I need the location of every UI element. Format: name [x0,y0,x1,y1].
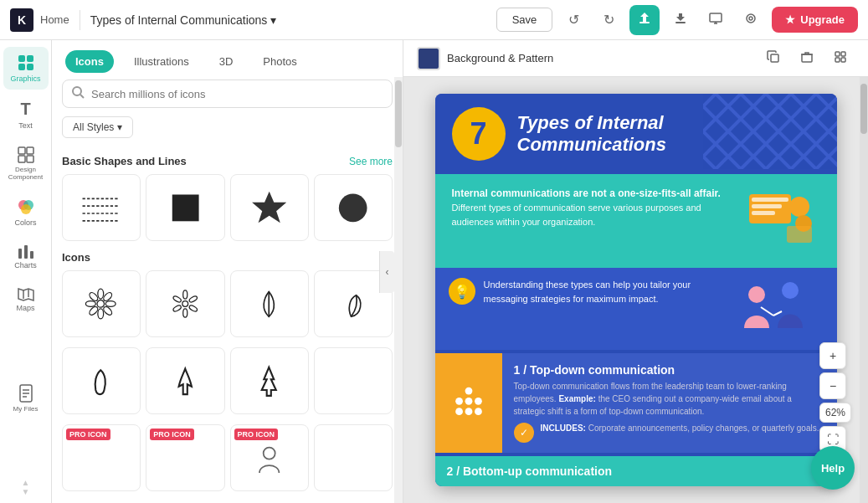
search-input[interactable] [91,88,383,100]
sidebar-item-maps[interactable]: Maps [3,280,49,319]
icon-pro-2[interactable]: PRO ICON [146,424,224,491]
flower-2-icon [162,285,208,324]
more-icon [834,50,847,67]
see-more-basic[interactable]: See more [349,156,393,167]
icon-arrow-up[interactable] [146,347,224,414]
canvas-copy-button[interactable] [759,44,788,73]
basic-shape-square[interactable] [146,174,224,241]
preview-button[interactable] [737,6,765,34]
home-link[interactable]: Home [40,13,69,26]
sidebar-item-label: Colors [14,218,36,227]
canvas-scroll-area[interactable]: 7 Types of InternalCommunications [403,77,868,503]
graphics-panel: Icons Illustrations 3D Photos All Styles [52,40,403,503]
leaf-icon [246,285,292,324]
svg-point-40 [182,300,188,306]
sidebar-item-text[interactable]: T Text [3,93,49,136]
sidebar-item-charts[interactable]: Charts [3,237,49,276]
icon-placeholder-3[interactable] [314,424,393,491]
people-group-icon [450,385,487,422]
redo-button[interactable]: ↻ [594,6,623,34]
svg-rect-5 [18,55,25,62]
filter-container: All Styles ▾ [52,116,403,146]
infographic-desc-text: Internal communications are not a one-si… [452,186,737,228]
zoom-out-button[interactable]: − [819,372,846,399]
basic-shape-circle[interactable] [314,174,393,241]
svg-rect-6 [27,55,33,62]
share-button[interactable] [629,5,660,35]
pro-badge: PRO ICON [66,429,110,440]
svg-point-44 [182,309,187,317]
title-chevron-icon: ▾ [270,13,276,27]
download-button[interactable] [666,6,695,34]
svg-marker-29 [252,191,286,222]
icon-tree[interactable] [230,347,309,414]
icons-grid-row2 [62,347,393,414]
basic-shape-lines[interactable] [62,174,141,241]
svg-point-42 [188,295,198,303]
svg-point-34 [106,300,116,306]
download-icon [674,12,687,28]
sidebar-item-colors[interactable]: Colors [3,191,49,234]
icon-flower-2[interactable] [146,270,224,337]
tab-photos[interactable]: Photos [253,50,306,73]
tab-illustrations[interactable]: Illustrations [124,50,199,73]
canvas-delete-button[interactable] [793,44,821,73]
svg-rect-62 [787,226,812,243]
divider [80,10,80,30]
section-bottom-up: 2 / Bottom-up communication [435,456,837,486]
canvas-right-icons [759,44,855,73]
tab-3d[interactable]: 3D [209,50,244,73]
svg-point-15 [21,204,31,214]
svg-point-41 [182,290,187,298]
present-button[interactable] [701,6,730,34]
top-down-content: 1 / Top-down communication Top-down comm… [502,353,837,453]
panel-scrollbar-thumb[interactable] [395,80,402,147]
square-icon [162,188,208,228]
basic-shapes-header: Basic Shapes and Lines See more [62,155,393,167]
logo-icon: K [10,8,33,32]
icon-flower-1[interactable] [62,270,141,337]
sidebar-item-design[interactable]: Design Component [3,140,49,187]
upgrade-button[interactable]: ★ Upgrade [772,7,858,33]
document-title[interactable]: Types of Internal Communications ▾ [90,13,277,27]
top-down-body: Top-down communication flows from the le… [514,380,825,418]
zoom-in-button[interactable]: + [819,342,846,369]
tab-icons[interactable]: Icons [65,50,114,73]
icon-leaf[interactable] [230,270,309,337]
canvas-scrollbar[interactable] [860,77,868,503]
scroll-arrows: ▲▼ [22,478,30,496]
help-button[interactable]: Help [811,446,855,490]
infographic: 7 Types of InternalCommunications [435,94,837,486]
graphics-icon [17,54,35,72]
includes-icon: ✓ [514,423,534,443]
basic-shape-star[interactable] [230,174,309,241]
tip-icon: 💡 [449,278,475,305]
panel-collapse-button[interactable]: ‹ [379,251,394,293]
canvas-more-button[interactable] [826,44,855,73]
svg-rect-49 [771,54,778,62]
copy-icon [767,50,780,67]
undo-button[interactable]: ↺ [559,6,588,34]
svg-rect-16 [18,249,22,259]
panel-scrollbar[interactable] [394,77,403,503]
panel-tabs: Icons Illustrations 3D Photos [52,40,403,80]
panel-content: Basic Shapes and Lines See more [52,146,403,503]
icon-oval[interactable] [62,347,141,414]
charts-icon [18,244,34,259]
svg-rect-28 [172,194,198,221]
icon-pro-1[interactable]: PRO ICON [62,424,141,491]
svg-rect-52 [841,52,845,56]
bg-pattern-button[interactable]: Background & Pattern [417,47,553,70]
canvas-scrollbar-thumb[interactable] [860,84,867,134]
icon-placeholder-2[interactable] [314,347,393,414]
number-badge: 7 [452,107,506,161]
all-styles-filter[interactable]: All Styles ▾ [62,116,133,138]
save-button[interactable]: Save [496,8,553,32]
search-icon [71,85,85,102]
sidebar-item-label: Design Component [7,166,45,181]
icon-pro-3[interactable]: PRO ICON [230,424,309,491]
svg-rect-58 [752,204,782,208]
main-layout: Graphics T Text Design Component [0,40,868,503]
sidebar-item-files[interactable]: My Files [3,377,49,419]
sidebar-item-graphics[interactable]: Graphics [3,47,49,90]
